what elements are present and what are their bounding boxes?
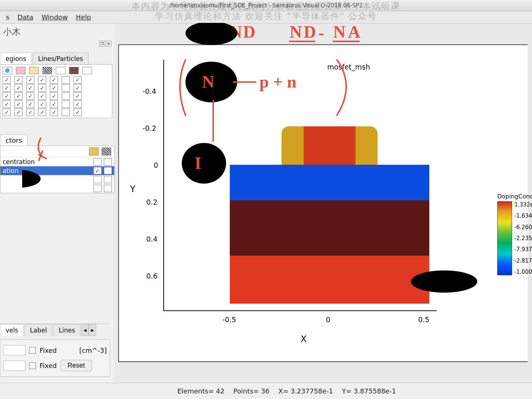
tab-regions[interactable]: egions <box>0 52 32 64</box>
region-checkbox[interactable]: ✓ <box>14 92 23 100</box>
colorbar-tick: -7.937e <box>514 246 532 253</box>
region-color-icon[interactable] <box>29 67 39 74</box>
region-checkbox[interactable]: ✓ <box>14 100 23 108</box>
tab-scroll-right-icon[interactable]: ▸ <box>89 324 96 336</box>
region-checkbox[interactable]: ✓ <box>14 84 23 92</box>
left-panel: 小木 ❐ ✕ egions Lines/Particles ✓✓✓✓✓✓✓✓✓✓… <box>0 24 115 399</box>
region-checkbox[interactable]: ✓ <box>50 100 58 108</box>
x-tick: -0.5 <box>222 316 236 324</box>
region-checkbox[interactable] <box>62 92 70 100</box>
level-max-fixed-label: Fixed <box>40 362 57 369</box>
region-checkbox[interactable]: ✓ <box>50 84 58 92</box>
visibility-icon[interactable] <box>3 67 12 74</box>
plot-canvas[interactable]: mosfet_msh Y X -0.4 -0.2 0 0.2 0.4 0.6 -… <box>118 44 528 362</box>
field-checkbox[interactable] <box>104 158 112 166</box>
field-row[interactable] <box>0 175 114 184</box>
region-checkbox[interactable]: ✓ <box>26 92 34 100</box>
field-row[interactable]: ation✓ <box>0 166 114 175</box>
lock-icon[interactable] <box>82 67 92 74</box>
region-checkbox[interactable]: ✓ <box>3 109 11 116</box>
mesh-icon[interactable] <box>42 67 52 74</box>
region-checkbox[interactable]: ✓ <box>26 100 34 108</box>
svg-text:N: N <box>290 23 302 41</box>
region-checkbox[interactable]: ✓ <box>3 92 11 100</box>
y-axis-label: Y <box>130 184 136 194</box>
colorbar-tick: -2.235e <box>514 235 532 242</box>
region-checkbox[interactable]: ✓ <box>26 84 34 92</box>
tab-levels[interactable]: vels <box>0 324 24 336</box>
colorbar-title: DopingConce <box>497 193 532 200</box>
region-checkbox[interactable] <box>62 76 70 83</box>
level-min-input[interactable] <box>3 345 25 355</box>
level-min-fixed-label: Fixed <box>40 347 57 354</box>
reset-button[interactable]: Reset <box>61 360 92 371</box>
menu-item-s[interactable]: s <box>2 12 13 23</box>
field-checkbox[interactable]: ✓ <box>93 167 102 174</box>
region-checkbox[interactable]: ✓ <box>38 76 46 83</box>
tab-vectors[interactable]: ctors <box>0 134 28 146</box>
region-checkbox[interactable]: ✓ <box>38 92 46 100</box>
field-checkbox[interactable] <box>93 158 102 166</box>
region-checkbox[interactable]: ✓ <box>3 84 11 92</box>
region-checkbox[interactable]: ✓ <box>74 76 82 83</box>
field-checkbox[interactable] <box>104 167 112 174</box>
region-checkbox[interactable] <box>62 100 70 108</box>
region-checkbox[interactable]: ✓ <box>50 92 58 100</box>
menu-item-data[interactable]: Data <box>14 12 37 23</box>
menu-item-help[interactable]: Help <box>72 12 95 23</box>
colorbar-tick: -1.000e <box>514 269 532 275</box>
region-checkbox[interactable]: ✓ <box>50 109 58 116</box>
region-checkbox[interactable]: ✓ <box>14 109 23 116</box>
menu-item-window[interactable]: Window <box>38 12 71 23</box>
region-top-blue <box>230 165 429 200</box>
field-color-icon[interactable] <box>89 147 99 156</box>
region-checkbox[interactable]: ✓ <box>3 100 11 108</box>
region-checkbox[interactable]: ✓ <box>74 84 82 92</box>
level-max-fixed-checkbox[interactable] <box>29 362 36 369</box>
status-elements: Elements= 42 <box>177 387 225 395</box>
field-row[interactable]: centration <box>0 157 114 166</box>
colorbar-tick: 1.332e- <box>514 201 532 208</box>
field-checkbox[interactable] <box>93 176 102 183</box>
field-row[interactable] <box>0 184 114 193</box>
level-min-fixed-checkbox[interactable] <box>29 347 36 354</box>
region-checkbox[interactable]: ✓ <box>74 100 82 108</box>
region-checkbox[interactable] <box>62 84 70 92</box>
region-checkbox[interactable]: ✓ <box>3 76 11 83</box>
colorbar-gradient <box>497 201 512 275</box>
region-checkbox[interactable]: ✓ <box>26 109 34 116</box>
region-checkbox[interactable]: ✓ <box>38 100 46 108</box>
material-icon[interactable] <box>69 67 79 74</box>
region-checkbox[interactable] <box>62 109 70 116</box>
region-mid-darkred <box>230 200 429 256</box>
tab-lines[interactable]: Lines <box>53 324 81 336</box>
fields-list: centrationation✓ <box>0 146 115 193</box>
region-checkbox[interactable]: ✓ <box>74 109 82 116</box>
tab-lines-particles[interactable]: Lines/Particles <box>33 52 89 64</box>
x-axis-label: X <box>301 334 307 344</box>
svg-text:A: A <box>206 23 218 41</box>
svg-text:A: A <box>348 23 360 41</box>
y-tick: -0.4 <box>143 87 156 95</box>
panel-restore-icon[interactable]: ❐ <box>99 41 105 47</box>
region-checkbox[interactable]: ✓ <box>14 76 23 83</box>
outline-icon[interactable] <box>56 67 65 74</box>
region-checkbox[interactable]: ✓ <box>38 109 46 116</box>
regions-matrix: ✓✓✓✓✓✓✓✓✓✓✓✓✓✓✓✓✓✓✓✓✓✓✓✓✓✓✓✓✓✓ <box>0 64 112 118</box>
field-checkbox[interactable] <box>104 185 112 192</box>
status-bar: Elements= 42 Points= 36 X= 3.237758e-1 Y… <box>0 383 532 399</box>
region-fill-icon[interactable] <box>16 67 25 74</box>
field-name: ation <box>3 167 91 174</box>
tab-scroll-left-icon[interactable]: ◂ <box>81 324 89 336</box>
field-checkbox[interactable] <box>104 176 112 183</box>
region-checkbox[interactable]: ✓ <box>26 76 34 83</box>
level-max-input[interactable] <box>3 361 25 371</box>
region-checkbox[interactable]: ✓ <box>50 76 58 83</box>
region-checkbox[interactable]: ✓ <box>38 84 46 92</box>
tab-label[interactable]: Label <box>24 324 52 336</box>
region-checkbox[interactable]: ✓ <box>74 92 82 100</box>
field-mesh-icon[interactable] <box>102 147 111 156</box>
svg-text:D: D <box>304 23 316 41</box>
field-checkbox[interactable] <box>93 185 102 192</box>
panel-close-icon[interactable]: ✕ <box>106 41 112 47</box>
